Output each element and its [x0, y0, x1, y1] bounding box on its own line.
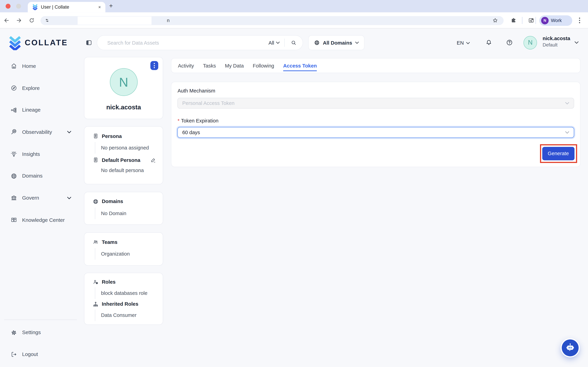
roles-header: Roles [85, 279, 163, 285]
screenshot-viewport: User | Collate × + n [0, 0, 588, 367]
sidebar-item-explore[interactable]: Explore [0, 77, 79, 99]
sidebar-item-observability[interactable]: Observability [0, 121, 79, 143]
global-search-bar[interactable]: All [97, 35, 303, 50]
notifications-bell-icon[interactable] [485, 39, 492, 46]
all-domains-dropdown[interactable]: All Domains [308, 35, 364, 50]
sidebar-item-home[interactable]: Home [0, 55, 79, 77]
sidebar-item-knowledge-center[interactable]: Knowledge Center [0, 209, 79, 231]
tab-following[interactable]: Following [253, 58, 274, 73]
token-expiration-label: *Token Expiration [178, 118, 218, 124]
browser-toolbar: n N Work [0, 12, 588, 29]
browser-profile-name: Work [551, 18, 562, 23]
user-avatar[interactable]: N [524, 36, 537, 50]
teams-value: Organization [95, 248, 163, 260]
inherited-roles-header: Inherited Roles [85, 301, 163, 307]
tab-title: User | Collate [41, 4, 69, 10]
book-icon [10, 217, 17, 223]
url-redaction [78, 17, 152, 25]
tab-access-token[interactable]: Access Token [283, 58, 317, 73]
browser-tab[interactable]: User | Collate × [28, 2, 105, 12]
inherited-roles-value: Data Consumer [95, 309, 163, 321]
profile-avatar: N [110, 68, 138, 96]
sidebar-item-insights[interactable]: Insights [0, 143, 79, 165]
tab-my-data[interactable]: My Data [225, 58, 244, 73]
all-domains-value: All Domains [323, 40, 352, 46]
search-scope-dropdown[interactable]: All [268, 40, 284, 46]
chevron-down-icon [276, 42, 280, 44]
sidebar-divider [4, 320, 77, 320]
chevron-down-icon [67, 131, 71, 133]
domains-value: No Domain [95, 207, 163, 219]
traffic-light-close[interactable] [6, 4, 10, 8]
hierarchy-icon [93, 301, 99, 307]
globe-icon [10, 173, 17, 179]
back-icon[interactable] [3, 17, 10, 24]
token-expiration-select[interactable]: 60 days [177, 127, 574, 138]
search-icon[interactable] [285, 40, 303, 46]
reload-icon[interactable] [28, 17, 35, 24]
traffic-light-minimize[interactable] [16, 4, 21, 8]
lineage-icon [10, 107, 17, 113]
sidebar-item-settings[interactable]: Settings [0, 324, 79, 341]
collate-logo[interactable] [8, 36, 22, 50]
home-icon [10, 63, 17, 69]
compass-icon [10, 85, 17, 92]
brand-name: COLLATE [25, 38, 68, 47]
user-menu[interactable]: nick.acosta Default [543, 35, 570, 48]
insights-icon [10, 151, 17, 158]
chevron-down-icon [565, 102, 569, 105]
govern-bank-icon [10, 195, 17, 201]
auth-mechanism-select[interactable]: Personal Access Token [177, 98, 574, 109]
token-expiration-value: 60 days [182, 130, 200, 135]
side-panel-icon[interactable] [528, 17, 534, 24]
forward-icon[interactable] [16, 17, 22, 24]
default-persona-value: No default persona [95, 165, 163, 176]
chat-bot-button[interactable] [562, 339, 579, 356]
sidebar-item-govern[interactable]: Govern [0, 187, 79, 209]
sidebar-footer: Settings Logout [0, 324, 79, 363]
teams-icon [93, 239, 99, 245]
persona-value: No persona assigned [95, 142, 163, 153]
new-tab-icon[interactable]: + [109, 2, 113, 10]
help-icon[interactable] [506, 39, 513, 46]
generate-button[interactable]: Generate [542, 147, 575, 160]
search-input[interactable] [97, 40, 268, 46]
persona-header: Persona [85, 133, 163, 139]
profile-user-name: nick.acosta [85, 104, 163, 111]
sidebar-toggle-icon[interactable] [86, 39, 92, 46]
collate-app: COLLATE All All Domains EN [0, 28, 588, 367]
auth-mechanism-value: Personal Access Token [182, 100, 234, 106]
close-tab-icon[interactable]: × [98, 4, 101, 10]
sidebar-item-domains[interactable]: Domains [0, 165, 79, 187]
profile-menu-button[interactable] [150, 61, 158, 70]
user-team: Default [543, 42, 570, 48]
bookmark-star-icon[interactable] [492, 17, 498, 24]
language-dropdown[interactable]: EN [457, 40, 470, 46]
logout-icon [10, 351, 17, 358]
url-text: n [167, 17, 170, 23]
domains-header: Domains [85, 198, 163, 204]
tab-activity[interactable]: Activity [178, 58, 194, 73]
sidebar-item-lineage[interactable]: Lineage [0, 99, 79, 121]
required-asterisk: * [178, 118, 180, 124]
chevron-down-icon [355, 42, 359, 44]
default-persona-header: Default Persona [85, 157, 163, 163]
teams-card: Teams Organization [84, 233, 163, 266]
sidebar-item-logout[interactable]: Logout [0, 346, 79, 363]
globe-icon [93, 198, 99, 204]
url-bar[interactable]: n [41, 16, 504, 25]
browser-menu-icon[interactable] [579, 17, 580, 23]
extensions-puzzle-icon[interactable] [510, 17, 517, 24]
search-scope-value: All [268, 40, 274, 46]
annotation-highlight-box: Generate [540, 144, 577, 163]
browser-profile-chip[interactable]: N Work [539, 15, 572, 26]
user-menu-chevron-icon[interactable] [575, 41, 579, 44]
edit-pencil-icon[interactable] [150, 157, 156, 163]
teams-header: Teams [85, 239, 163, 245]
browser-profile-avatar: N [541, 17, 549, 24]
profile-tabs: Activity Tasks My Data Following Access … [171, 58, 580, 73]
site-settings-icon[interactable] [44, 17, 50, 23]
access-token-form: Auth Mechanism Personal Access Token *To… [171, 82, 580, 167]
gear-icon [10, 329, 17, 336]
tab-tasks[interactable]: Tasks [203, 58, 216, 73]
